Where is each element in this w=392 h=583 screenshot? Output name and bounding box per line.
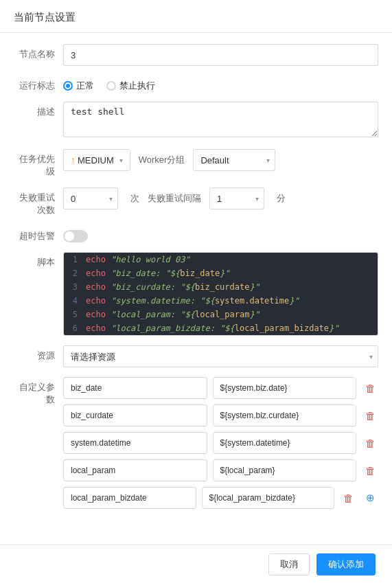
node-name-row: 节点名称 <box>14 44 378 66</box>
code-line-4: 4 echo "system.datetime: "${system.datet… <box>64 294 378 308</box>
param-key-1[interactable] <box>63 377 207 399</box>
retry-interval-unit: 分 <box>277 192 286 205</box>
param-row-5: 🗑 ⊕ <box>63 487 378 509</box>
line-num-4: 4 <box>64 295 83 307</box>
params-table: 🗑 🗑 🗑 <box>63 377 378 509</box>
worker-group-label: Worker分组 <box>139 154 185 166</box>
cancel-button[interactable]: 取消 <box>268 553 310 575</box>
delete-param-1-btn[interactable]: 🗑 <box>362 380 378 396</box>
panel-header: 当前节点设置 <box>0 0 392 33</box>
page: 当前节点设置 节点名称 运行标志 正常 禁止执行 <box>0 0 392 583</box>
line-content-6: echo "local_param_bizdate: "${local_para… <box>83 322 342 334</box>
delete-param-4-btn[interactable]: 🗑 <box>362 462 378 479</box>
param-key-2[interactable] <box>63 404 207 426</box>
radio-disabled-circle <box>106 81 116 91</box>
node-name-wrap <box>63 44 378 66</box>
delete-param-5-btn[interactable]: 🗑 <box>340 490 356 506</box>
retry-times-unit: 次 <box>130 192 139 205</box>
param-val-2[interactable] <box>213 404 357 426</box>
worker-group-wrap: Default ▾ <box>193 149 275 171</box>
script-label: 脚本 <box>14 252 63 268</box>
line-num-3: 3 <box>64 281 83 293</box>
timeout-row: 超时告警 <box>14 226 378 242</box>
param-key-4[interactable] <box>63 459 207 481</box>
retry-interval-select[interactable]: 1 <box>209 187 264 209</box>
form-body: 节点名称 运行标志 正常 禁止执行 描述 test <box>0 33 392 535</box>
param-key-3[interactable] <box>63 432 207 454</box>
param-key-5[interactable] <box>63 487 196 509</box>
retry-row: 失败重试次数 0 ▾ 次 失败重试间隔 1 ▾ 分 <box>14 187 378 216</box>
param-val-3[interactable] <box>213 432 357 454</box>
param-row-3: 🗑 <box>63 432 378 454</box>
retry-times-select[interactable]: 0 <box>63 187 118 209</box>
worker-group-select[interactable]: Default <box>193 149 275 171</box>
add-param-btn[interactable]: ⊕ <box>362 490 378 506</box>
priority-group: ↑ MEDIUM ▾ Worker分组 Default ▾ <box>63 149 378 171</box>
footer: 取消 确认添加 <box>0 545 392 583</box>
script-row: 脚本 1 echo "hello world 03" 2 echo "biz_d… <box>14 252 378 336</box>
radio-normal-circle <box>63 81 73 91</box>
retry-group: 0 ▾ 次 失败重试间隔 1 ▾ 分 <box>63 187 378 209</box>
delete-param-3-btn[interactable]: 🗑 <box>362 435 378 451</box>
timeout-label: 超时告警 <box>14 226 63 242</box>
code-line-5: 5 echo "local_param: "${local_param}" <box>64 308 378 321</box>
desc-wrap: test shell <box>63 102 378 139</box>
retry-interval-wrap: 1 ▾ <box>209 187 264 209</box>
timeout-toggle[interactable] <box>63 230 88 242</box>
priority-chevron-icon: ▾ <box>119 157 123 164</box>
priority-value: MEDIUM <box>78 155 114 165</box>
code-line-2: 2 echo "biz_date: "${biz_date}" <box>64 266 378 280</box>
param-val-5[interactable] <box>202 487 335 509</box>
line-content-4: echo "system.datetime: "${system.datetim… <box>83 295 302 307</box>
line-content-1: echo "hello world 03" <box>83 253 193 266</box>
node-name-input[interactable] <box>63 44 378 66</box>
retry-times-wrap: 0 ▾ <box>63 187 118 209</box>
param-row-2: 🗑 <box>63 404 378 426</box>
line-num-2: 2 <box>64 267 83 279</box>
priority-up-icon: ↑ <box>71 155 75 165</box>
params-wrap: 🗑 🗑 🗑 <box>63 377 378 514</box>
param-row-1: 🗑 <box>63 377 378 399</box>
line-content-2: echo "biz_date: "${biz_date}" <box>83 267 233 279</box>
radio-normal[interactable]: 正常 <box>63 80 94 92</box>
delete-param-2-btn[interactable]: 🗑 <box>362 407 378 424</box>
page-title: 当前节点设置 <box>14 11 76 23</box>
code-line-1: 1 echo "hello world 03" <box>64 253 378 266</box>
resource-label: 资源 <box>14 345 63 362</box>
custom-params-row: 自定义参数 🗑 🗑 <box>14 377 378 514</box>
radio-disabled[interactable]: 禁止执行 <box>106 80 155 92</box>
param-val-1[interactable] <box>213 377 357 399</box>
resource-select-wrap: 请选择资源 ▾ <box>63 345 378 367</box>
code-editor[interactable]: 1 echo "hello world 03" 2 echo "biz_date… <box>63 252 378 336</box>
resource-wrap: 请选择资源 ▾ <box>63 345 378 367</box>
confirm-button[interactable]: 确认添加 <box>316 553 376 575</box>
resource-row: 资源 请选择资源 ▾ <box>14 345 378 367</box>
desc-label: 描述 <box>14 102 63 118</box>
priority-label: 任务优先级 <box>14 149 63 178</box>
desc-input[interactable]: test shell <box>63 102 378 137</box>
node-name-label: 节点名称 <box>14 44 63 60</box>
retry-interval-label: 失败重试间隔 <box>148 192 201 205</box>
custom-params-label: 自定义参数 <box>14 377 63 406</box>
priority-row: 任务优先级 ↑ MEDIUM ▾ Worker分组 Default ▾ <box>14 149 378 178</box>
radio-disabled-label: 禁止执行 <box>119 80 155 92</box>
radio-normal-label: 正常 <box>76 80 94 92</box>
param-row-4: 🗑 <box>63 459 378 481</box>
retry-times-label: 失败重试次数 <box>14 187 63 216</box>
line-content-3: echo "biz_curdate: "${biz_curdate}" <box>83 281 262 293</box>
run-flag-row: 运行标志 正常 禁止执行 <box>14 76 378 92</box>
code-line-3: 3 echo "biz_curdate: "${biz_curdate}" <box>64 280 378 294</box>
script-wrap: 1 echo "hello world 03" 2 echo "biz_date… <box>63 252 378 336</box>
run-flag-group: 正常 禁止执行 <box>63 76 155 92</box>
param-val-4[interactable] <box>213 459 357 481</box>
priority-select[interactable]: ↑ MEDIUM ▾ <box>63 149 130 171</box>
desc-row: 描述 test shell <box>14 102 378 139</box>
code-line-6: 6 echo "local_param_bizdate: "${local_pa… <box>64 321 378 335</box>
line-num-5: 5 <box>64 308 83 321</box>
run-flag-label: 运行标志 <box>14 76 63 92</box>
resource-select[interactable]: 请选择资源 <box>63 345 378 367</box>
line-num-6: 6 <box>64 322 83 334</box>
line-num-1: 1 <box>64 253 83 266</box>
line-content-5: echo "local_param: "${local_param}" <box>83 308 262 321</box>
